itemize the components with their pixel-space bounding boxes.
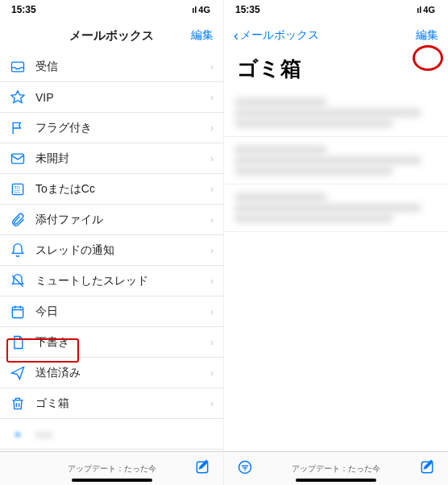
chevron-right-icon: › (210, 398, 214, 409)
mailbox-row-sent[interactable]: 送信済み › (0, 358, 223, 388)
email-list (224, 89, 448, 451)
status-bar: 15:35 ıl 4G (0, 0, 223, 19)
row-label: 下書き (35, 335, 201, 350)
page-title: ゴミ箱 (224, 52, 448, 89)
network-label: 4G (198, 5, 210, 15)
row-label: ゴミ箱 (35, 396, 201, 411)
phone-left: 15:35 ıl 4G メールボックス 編集 受信 › VIP › フラグ付き … (0, 0, 224, 485)
mailbox-row-inbox[interactable]: 受信 › (0, 52, 223, 82)
mailbox-row-thread-notify[interactable]: スレッドの通知 › (0, 235, 223, 266)
filter-button[interactable] (237, 459, 253, 479)
svg-text:CC: CC (15, 189, 21, 194)
chevron-right-icon: › (210, 276, 214, 287)
bell-slash-icon (10, 273, 26, 289)
mailbox-row-trash[interactable]: ゴミ箱 › (0, 388, 223, 419)
update-status: アップデート：たった今 (292, 463, 380, 475)
inbox-icon (10, 59, 26, 75)
signal-icon: ıl (417, 5, 421, 15)
flag-icon (10, 120, 26, 136)
signal-icon: ıl (192, 5, 197, 15)
update-status: アップデート：たった今 (68, 463, 156, 475)
compose-button[interactable] (194, 459, 210, 479)
row-label: 添付ファイル (35, 213, 201, 227)
row-label: 今日 (35, 305, 201, 319)
svg-point-13 (239, 461, 251, 473)
back-button[interactable]: ‹ メールボックス (234, 27, 319, 44)
chevron-right-icon: › (210, 61, 214, 73)
email-item[interactable] (224, 89, 448, 137)
chevron-right-icon: › (210, 245, 214, 256)
mailbox-row-attachment[interactable]: 添付ファイル › (0, 205, 223, 235)
home-indicator (296, 479, 376, 482)
blurred-icon: ● (10, 426, 26, 442)
chevron-right-icon: › (210, 214, 214, 226)
mailbox-row-flagged[interactable]: フラグ付き › (0, 113, 223, 143)
document-icon (10, 334, 26, 350)
row-label: VIP (35, 91, 201, 104)
chevron-right-icon: › (210, 153, 214, 164)
star-icon (10, 89, 26, 106)
email-item[interactable] (224, 137, 448, 184)
mailbox-row-today[interactable]: 今日 › (0, 296, 223, 327)
row-label: 送信済み (35, 366, 201, 380)
status-bar: 15:35 ıl 4G (224, 0, 448, 19)
status-time: 15:35 (11, 4, 36, 15)
row-label: フラグ付き (35, 121, 201, 135)
svg-rect-4 (12, 154, 24, 164)
row-label: 未開封 (35, 151, 201, 166)
paperclip-icon (10, 212, 26, 228)
edit-button[interactable]: 編集 (191, 28, 214, 43)
back-label: メールボックス (240, 28, 319, 43)
row-label: 受信 (35, 60, 201, 74)
row-label: スレッドの通知 (35, 243, 201, 258)
mailbox-row-drafts[interactable]: 下書き › (0, 327, 223, 358)
nav-bar: ‹ メールボックス 編集 (224, 19, 448, 52)
mailbox-row-tocc[interactable]: TOCC ToまたはCc › (0, 174, 223, 205)
phone-right: 15:35 ıl 4G ‹ メールボックス 編集 ゴミ箱 アップデート：たった今 (224, 0, 448, 485)
nav-title: メールボックス (69, 28, 154, 44)
network-label: 4G (423, 5, 435, 15)
mailbox-list: 受信 › VIP › フラグ付き › 未開封 › TOCC ToまたはCc › … (0, 52, 223, 451)
chevron-right-icon: › (210, 92, 214, 103)
svg-rect-3 (12, 62, 24, 72)
chevron-right-icon: › (210, 306, 214, 317)
status-time: 15:35 (235, 4, 260, 15)
edit-button[interactable]: 編集 (416, 28, 438, 43)
paperplane-icon (10, 365, 26, 381)
chevron-right-icon: › (210, 337, 214, 348)
trash-icon (10, 396, 26, 412)
home-indicator (72, 479, 152, 482)
row-label: xxx (35, 428, 214, 441)
mailbox-row-blurred[interactable]: ● xxx (0, 419, 223, 450)
mailbox-row-muted[interactable]: ミュートしたスレッド › (0, 266, 223, 296)
chevron-right-icon: › (210, 367, 214, 379)
nav-bar: メールボックス 編集 (0, 19, 223, 52)
svg-rect-8 (12, 307, 23, 317)
mailbox-row-unread[interactable]: 未開封 › (0, 143, 223, 174)
status-indicators: ıl 4G (417, 5, 437, 15)
envelope-icon (10, 151, 26, 167)
tocc-icon: TOCC (10, 181, 26, 197)
email-item[interactable] (224, 184, 448, 232)
mailbox-row-vip[interactable]: VIP › (0, 82, 223, 113)
chevron-right-icon: › (210, 184, 214, 195)
bell-icon (10, 242, 26, 259)
chevron-left-icon: ‹ (234, 27, 239, 44)
status-indicators: ıl 4G (192, 5, 212, 15)
row-label: ToまたはCc (35, 182, 201, 197)
compose-button[interactable] (419, 459, 435, 479)
calendar-icon (10, 304, 26, 320)
row-label: ミュートしたスレッド (35, 274, 201, 288)
chevron-right-icon: › (210, 122, 214, 134)
